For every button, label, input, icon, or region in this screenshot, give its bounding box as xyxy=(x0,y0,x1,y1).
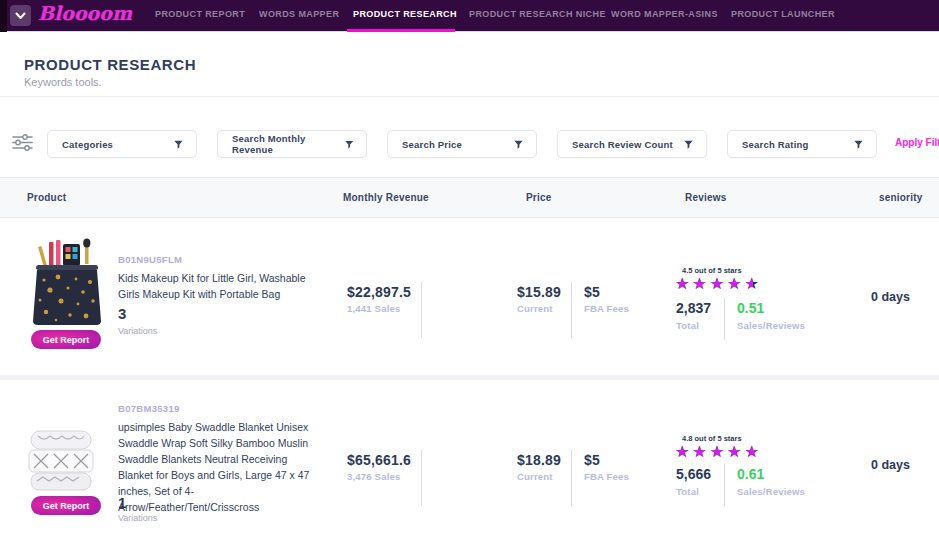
variations-count: 1 xyxy=(118,494,126,511)
filter-price-label: Search Price xyxy=(402,139,462,150)
divider xyxy=(724,464,725,506)
sales-reviews-label: Sales/Reviews xyxy=(737,320,805,331)
reviews-total-value: 2,837 xyxy=(676,300,711,316)
reviews-total-label: Total xyxy=(676,320,699,331)
funnel-icon xyxy=(173,139,184,150)
nav-item-word-mapper-asins[interactable]: WORD MAPPER-ASINS xyxy=(611,9,718,19)
sales-reviews-ratio: 0.51 xyxy=(737,300,764,316)
funnel-icon xyxy=(513,139,524,150)
seniority-value: 0 days xyxy=(871,290,910,304)
product-research-page: Bloooom PRODUCT REPORT WORDS MAPPER PROD… xyxy=(0,0,939,537)
product-title: Kids Makeup Kit for Little Girl, Washabl… xyxy=(118,270,325,302)
variations-label: Variations xyxy=(118,513,157,523)
filter-price[interactable]: Search Price xyxy=(387,130,537,158)
price-current-label: Current xyxy=(517,471,553,482)
divider xyxy=(421,282,422,338)
col-header-monthly-revenue: Monthly Revenue xyxy=(343,192,429,203)
top-nav: Bloooom PRODUCT REPORT WORDS MAPPER PROD… xyxy=(0,0,939,32)
monthly-revenue-value: $22,897.5 xyxy=(347,284,411,300)
get-report-button[interactable]: Get Report xyxy=(31,496,101,515)
variations-label: Variations xyxy=(118,326,157,336)
product-asin-link[interactable]: B07BM35319 xyxy=(118,403,180,414)
active-tab-underline xyxy=(347,29,455,32)
col-header-product: Product xyxy=(27,192,66,203)
sales-count: 3,476 Sales xyxy=(347,471,400,482)
product-asin-link[interactable]: B01N9U5FLM xyxy=(118,254,182,265)
divider xyxy=(571,450,572,506)
product-title: upsimples Baby Swaddle Blanket Unisex Sw… xyxy=(118,419,325,515)
filter-monthly-revenue-label: Search Monthly Revenue xyxy=(232,133,344,155)
get-report-button[interactable]: Get Report xyxy=(31,330,101,349)
sales-reviews-label: Sales/Reviews xyxy=(737,486,805,497)
filter-categories-label: Categories xyxy=(62,139,113,150)
fba-fees-value: $5 xyxy=(584,284,600,300)
nav-item-product-research-niche[interactable]: PRODUCT RESEARCH NICHE xyxy=(469,9,606,19)
col-header-reviews: Reviews xyxy=(685,192,726,203)
nav-item-product-research[interactable]: PRODUCT RESEARCH xyxy=(353,9,457,19)
star-rating: ★★★★★★★★★★ xyxy=(675,443,762,461)
fba-fees-label: FBA Fees xyxy=(584,303,629,314)
seniority-value: 0 days xyxy=(871,458,910,472)
nav-edge-strip xyxy=(0,0,7,32)
divider xyxy=(571,282,572,338)
rating-text: 4.8 out of 5 stars xyxy=(682,434,742,443)
monthly-revenue-value: $65,661.6 xyxy=(347,452,411,468)
nav-item-words-mapper[interactable]: WORDS MAPPER xyxy=(259,9,339,19)
table-row: Get Report B07BM35319 upsimples Baby Swa… xyxy=(0,380,939,537)
price-current-value: $15.89 xyxy=(517,284,561,300)
sales-count: 1,441 Sales xyxy=(347,303,400,314)
table-row: Get Report B01N9U5FLM Kids Makeup Kit fo… xyxy=(0,218,939,375)
price-current-value: $18.89 xyxy=(517,452,561,468)
sales-reviews-ratio: 0.61 xyxy=(737,466,764,482)
filter-monthly-revenue[interactable]: Search Monthly Revenue xyxy=(217,130,367,158)
price-current-label: Current xyxy=(517,303,553,314)
fba-fees-label: FBA Fees xyxy=(584,471,629,482)
product-image-makeup-kit[interactable] xyxy=(28,238,104,330)
filter-rating[interactable]: Search Rating xyxy=(727,130,877,158)
col-header-seniority: seniority xyxy=(879,192,922,203)
col-header-price: Price xyxy=(526,192,551,203)
variations-count: 3 xyxy=(118,305,126,322)
product-image-swaddle-blanket[interactable] xyxy=(28,428,94,498)
app-logo[interactable]: Bloooom xyxy=(38,2,132,24)
nav-item-product-launcher[interactable]: PRODUCT LAUNCHER xyxy=(731,9,835,19)
filter-review-count[interactable]: Search Review Count xyxy=(557,130,707,158)
nav-item-product-report[interactable]: PRODUCT REPORT xyxy=(155,9,245,19)
funnel-icon xyxy=(344,139,354,150)
reviews-total-label: Total xyxy=(676,486,699,497)
nav-collapse-button[interactable] xyxy=(10,5,31,26)
page-subtitle: Keywords tools. xyxy=(24,76,102,88)
apply-filter-button[interactable]: Apply Filter xyxy=(895,137,939,148)
divider xyxy=(724,298,725,340)
divider xyxy=(421,450,422,506)
chevron-down-icon xyxy=(15,8,26,23)
page-title: PRODUCT RESEARCH xyxy=(24,56,196,73)
fba-fees-value: $5 xyxy=(584,452,600,468)
table-header: Product Monthly Revenue Price Reviews se… xyxy=(0,177,939,218)
funnel-icon xyxy=(683,139,694,150)
filter-review-count-label: Search Review Count xyxy=(572,139,673,150)
filter-rating-label: Search Rating xyxy=(742,139,808,150)
filter-categories[interactable]: Categories xyxy=(47,130,197,158)
sliders-icon[interactable] xyxy=(12,134,33,155)
reviews-total-value: 5,666 xyxy=(676,466,711,482)
star-rating: ★★★★★★★★★★ xyxy=(675,275,762,293)
head-divider xyxy=(0,96,939,97)
funnel-icon xyxy=(853,139,864,150)
rating-text: 4.5 out of 5 stars xyxy=(682,266,742,275)
